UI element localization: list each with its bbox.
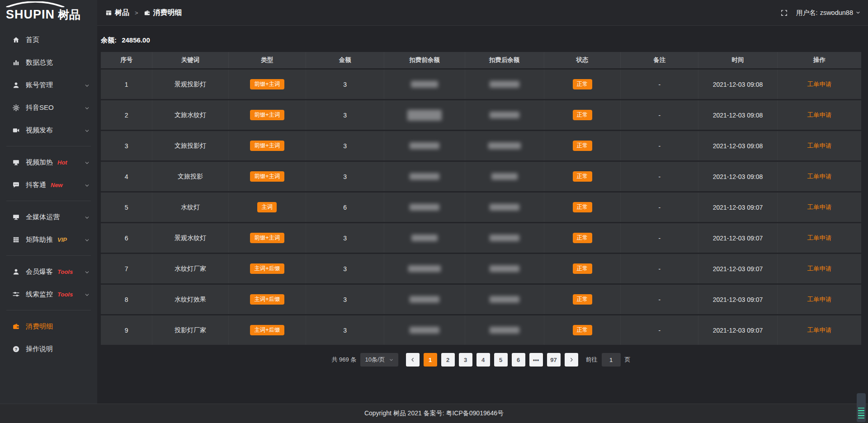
sidebar-item-label: 会员爆客 <box>26 268 53 276</box>
breadcrumb-home[interactable]: 树品 <box>105 8 129 18</box>
sidebar-item[interactable]: 线索监控 Tools <box>0 283 97 306</box>
widget-stripes <box>858 408 864 419</box>
sidebar-item-label: 账号管理 <box>26 81 53 89</box>
cell-amount: 3 <box>306 223 384 253</box>
table-row: 3 文旅投影灯 前缀+主词 3 正常 - 2021-12-03 09:08 工单… <box>101 131 861 160</box>
sidebar-item-label: 矩阵助推 <box>26 235 53 244</box>
work-order-link[interactable]: 工单申请 <box>807 327 831 334</box>
fullscreen-icon[interactable] <box>780 9 788 17</box>
redacted-balance-after <box>488 142 521 149</box>
page-number-button[interactable]: 5 <box>494 353 508 367</box>
cell-index: 3 <box>101 131 152 160</box>
sidebar-item[interactable]: ? 操作说明 <box>0 338 97 360</box>
column-header: 时间 <box>698 52 778 68</box>
cell-action: 工单申请 <box>778 315 861 345</box>
cell-type: 前缀+主词 <box>229 223 307 253</box>
status-badge: 正常 <box>573 110 592 120</box>
cell-keyword: 水纹灯 <box>152 193 228 222</box>
work-order-link[interactable]: 工单申请 <box>807 112 831 118</box>
goto-page-input[interactable] <box>602 353 621 367</box>
cell-status: 正常 <box>544 70 621 99</box>
chevron-down-icon <box>84 127 90 133</box>
sidebar-item[interactable]: 矩阵助推 VIP <box>0 228 97 251</box>
column-header: 金额 <box>306 52 384 68</box>
cell-balance-before <box>384 315 465 345</box>
cell-time: 2021-12-03 09:07 <box>698 315 778 345</box>
sidebar-item[interactable]: 首页 <box>0 28 97 51</box>
work-order-link[interactable]: 工单申请 <box>807 204 831 211</box>
work-order-link[interactable]: 工单申请 <box>807 235 831 241</box>
sidebar-item[interactable]: 数据总览 <box>0 51 97 74</box>
next-page-button[interactable] <box>565 353 578 367</box>
page-size-value: 10条/页 <box>365 356 385 364</box>
breadcrumb-current[interactable]: 消费明细 <box>144 8 182 18</box>
sidebar-item[interactable]: 抖音SEO <box>0 96 97 119</box>
sidebar-item-badge: New <box>51 182 63 188</box>
page-number-button[interactable]: 1 <box>424 353 437 367</box>
breadcrumb-home-label: 树品 <box>115 8 129 18</box>
page-buttons: 123456•••97 <box>424 353 561 367</box>
work-order-link[interactable]: 工单申请 <box>807 265 831 272</box>
page-number-button[interactable]: ••• <box>529 353 543 367</box>
cell-keyword: 投影灯厂家 <box>152 315 228 345</box>
cell-balance-after <box>465 70 544 99</box>
work-order-link[interactable]: 工单申请 <box>807 81 831 88</box>
table-body: 1 景观投影灯 前缀+主词 3 正常 - 2021-12-03 09:08 工单… <box>101 70 861 345</box>
cell-index: 8 <box>101 285 152 314</box>
sidebar-item[interactable]: 视频加热 Hot <box>0 151 97 174</box>
user-icon <box>12 268 20 276</box>
page-number-button[interactable]: 6 <box>512 353 525 367</box>
balance-value: 24856.00 <box>122 36 150 44</box>
cell-amount: 3 <box>306 254 384 283</box>
type-badge: 主词+后缀 <box>250 294 284 305</box>
cell-index: 5 <box>101 193 152 222</box>
chevron-down-icon <box>84 269 90 275</box>
sidebar-item[interactable]: 全媒体运营 <box>0 206 97 228</box>
table-row: 6 景观水纹灯 前缀+主词 3 正常 - 2021-12-03 09:07 工单… <box>101 223 861 253</box>
sidebar-item-label: 抖音SEO <box>26 103 54 112</box>
logo-arc <box>4 1 66 7</box>
username-value: zswodun88 <box>820 9 853 16</box>
sidebar-item-badge: Tools <box>57 291 73 298</box>
sidebar-item-label: 数据总览 <box>26 58 53 67</box>
cell-amount: 3 <box>306 100 384 130</box>
sidebar-item[interactable]: 视频发布 <box>0 119 97 141</box>
sidebar-item-label: 消费明细 <box>26 322 53 331</box>
goto-page: 前往 页 <box>586 353 631 367</box>
sidebar-item[interactable]: 消费明细 <box>0 315 97 338</box>
sidebar-item[interactable]: 抖客通 New <box>0 174 97 196</box>
cell-type: 前缀+主词 <box>229 162 307 191</box>
column-header-label: 操作 <box>813 56 826 63</box>
page-number-button[interactable]: 2 <box>441 353 455 367</box>
type-badge: 前缀+主词 <box>250 141 284 151</box>
page-size-select[interactable]: 10条/页 <box>360 353 398 367</box>
type-badge: 前缀+主词 <box>250 233 284 243</box>
prev-page-button[interactable] <box>406 353 420 367</box>
type-badge: 前缀+主词 <box>250 171 284 182</box>
work-order-link[interactable]: 工单申请 <box>807 296 831 303</box>
cell-action: 工单申请 <box>778 285 861 314</box>
floating-widget[interactable] <box>857 393 866 422</box>
cell-type: 主词+后缀 <box>229 285 307 314</box>
sidebar: SHUPIN 树品 首页 数据总览 <box>0 0 97 423</box>
cell-action: 工单申请 <box>778 100 861 130</box>
user-menu[interactable]: 用户名: zswodun88 <box>796 9 861 17</box>
page-number-button[interactable]: 97 <box>547 353 561 367</box>
sidebar-item[interactable]: 账号管理 <box>0 74 97 96</box>
page-number-button[interactable]: 4 <box>476 353 490 367</box>
column-header-label: 备注 <box>653 56 665 63</box>
cell-remark: - <box>621 100 698 130</box>
sidebar-item-badge: Hot <box>57 159 67 166</box>
chevron-down-icon <box>84 237 90 243</box>
page-number-button[interactable]: 3 <box>459 353 472 367</box>
cell-time: 2021-12-03 09:07 <box>698 223 778 253</box>
sidebar-item[interactable]: 会员爆客 Tools <box>0 260 97 283</box>
work-order-link[interactable]: 工单申请 <box>807 173 831 180</box>
status-badge: 正常 <box>573 233 592 243</box>
cell-balance-before <box>384 131 465 160</box>
sidebar-item-group: 数据总览 <box>0 51 97 74</box>
redacted-balance-after <box>490 327 519 334</box>
cell-balance-before <box>384 285 465 314</box>
redacted-balance-before <box>411 81 438 88</box>
work-order-link[interactable]: 工单申请 <box>807 142 831 149</box>
